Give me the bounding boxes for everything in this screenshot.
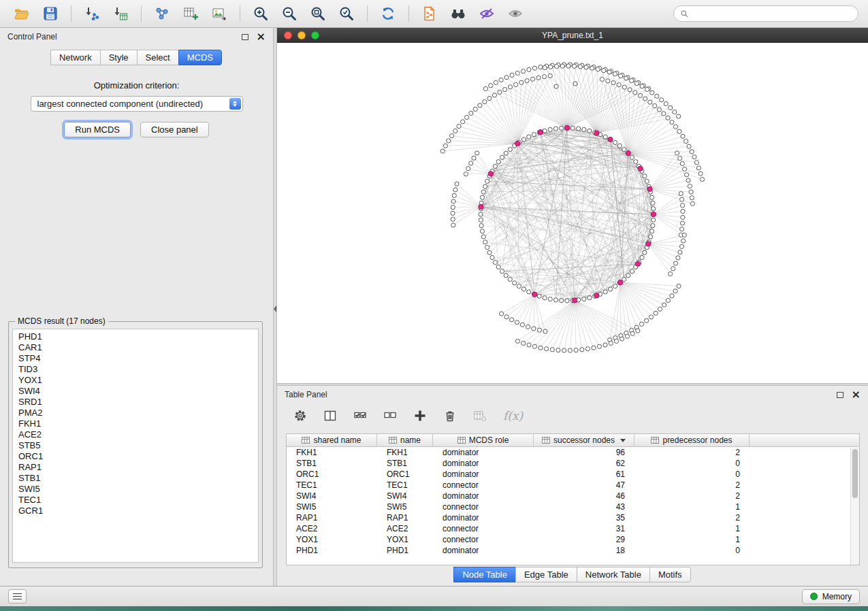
table-row[interactable]: ORC1 ORC1 dominator 61 0 [287,469,859,480]
cell-predecessor-nodes[interactable]: 2 [634,447,750,458]
cell-name[interactable]: ACE2 [377,523,433,534]
zoom-out-button[interactable] [277,3,302,24]
table-tab[interactable]: Edge Table [515,567,577,582]
cell-predecessor-nodes[interactable]: 2 [634,491,750,501]
export-image-button[interactable] [207,3,231,24]
minimize-window-icon[interactable] [298,31,306,39]
cell-mcds-role[interactable]: connector [433,480,534,491]
control-panel-tab[interactable]: Style [100,50,138,65]
cell-predecessor-nodes[interactable]: 0 [634,469,750,480]
function-builder-icon[interactable]: f(x) [503,409,523,423]
import-network-file-button[interactable] [80,3,104,24]
mcds-result-item[interactable]: PHD1 [13,331,258,342]
cell-predecessor-nodes[interactable]: 1 [634,501,750,512]
show-graphics-details-button[interactable] [503,3,528,24]
new-table-button[interactable] [178,3,203,24]
cell-mcds-role[interactable]: dominator [433,469,534,480]
mcds-result-item[interactable]: PMA2 [13,408,258,418]
cell-mcds-role[interactable]: connector [433,523,534,534]
mcds-result-item[interactable]: YOX1 [13,375,258,386]
cell-name[interactable]: TEC1 [377,480,433,491]
run-mcds-button[interactable]: Run MCDS [64,122,131,137]
float-window-icon[interactable] [242,34,248,40]
cell-name[interactable]: RAP1 [377,512,433,523]
cell-name[interactable]: SWI4 [377,491,433,501]
table-scrollbar[interactable] [850,448,859,565]
table-row[interactable]: FKH1 FKH1 dominator 96 2 [287,447,859,458]
mcds-result-item[interactable]: SRD1 [13,397,258,408]
float-window-icon[interactable] [837,392,843,398]
show-columns-button[interactable] [323,409,337,423]
new-network-button[interactable] [150,3,174,24]
cell-mcds-role[interactable]: connector [433,501,534,512]
cell-name[interactable]: ORC1 [377,469,433,480]
cell-successor-nodes[interactable]: 35 [534,512,634,523]
filter-button[interactable] [475,3,499,24]
scrollbar-thumb[interactable] [852,449,858,498]
panel-menu-button[interactable] [8,589,27,604]
select-all-button[interactable] [353,409,367,423]
table-row[interactable]: STB1 STB1 dominator 62 0 [287,458,859,469]
create-column-button[interactable] [413,409,427,423]
cell-predecessor-nodes[interactable]: 1 [634,534,750,545]
table-tab[interactable]: Node Table [453,567,516,582]
table-row[interactable]: ACE2 ACE2 connector 31 1 [287,523,859,534]
table-row[interactable]: TEC1 TEC1 connector 47 2 [287,480,859,491]
cell-name[interactable]: PHD1 [377,545,433,556]
mcds-result-item[interactable]: TEC1 [13,495,258,506]
delete-column-button[interactable] [443,409,457,423]
table-row[interactable]: SWI5 SWI5 connector 43 1 [287,501,859,512]
deselect-all-button[interactable] [383,409,397,423]
cell-shared-name[interactable]: RAP1 [287,512,377,523]
cell-predecessor-nodes[interactable]: 0 [634,458,750,469]
cell-mcds-role[interactable]: dominator [433,458,534,469]
cell-successor-nodes[interactable]: 18 [534,545,634,556]
control-panel-tab[interactable]: MCDS [178,50,222,65]
column-header[interactable]: name [377,434,433,446]
cell-shared-name[interactable]: YOX1 [287,534,377,545]
export-network-button[interactable] [417,3,442,24]
mcds-result-item[interactable]: STP4 [13,353,258,364]
table-row[interactable]: YOX1 YOX1 connector 29 1 [287,534,859,545]
network-canvas[interactable] [277,43,868,383]
column-header[interactable]: shared name [287,434,377,446]
mcds-result-item[interactable]: CAR1 [13,342,258,353]
cell-mcds-role[interactable]: dominator [433,545,534,556]
column-header[interactable]: successor nodes [534,434,634,446]
cell-name[interactable]: YOX1 [377,534,433,545]
zoom-selected-button[interactable] [334,3,359,24]
control-panel-tab[interactable]: Network [50,50,101,65]
zoom-in-button[interactable] [248,3,273,24]
cell-name[interactable]: STB1 [377,458,433,469]
import-table-file-button[interactable] [108,3,133,24]
close-window-icon[interactable] [284,31,292,39]
cell-mcds-role[interactable]: dominator [433,491,534,501]
cell-shared-name[interactable]: TEC1 [287,480,377,491]
splitter-collapse-handle[interactable] [274,306,276,312]
mcds-result-item[interactable]: TID3 [13,364,258,375]
table-options-button[interactable] [293,409,307,423]
cell-successor-nodes[interactable]: 46 [534,491,634,501]
cell-predecessor-nodes[interactable]: 2 [634,512,750,523]
mcds-result-item[interactable]: STB5 [13,440,258,451]
cell-predecessor-nodes[interactable]: 2 [634,480,750,491]
cell-successor-nodes[interactable]: 43 [534,501,634,512]
cell-name[interactable]: SWI5 [377,501,433,512]
table-tab[interactable]: Network Table [577,567,650,582]
cell-shared-name[interactable]: ORC1 [287,469,377,480]
cell-successor-nodes[interactable]: 96 [534,447,634,458]
delete-table-button[interactable] [473,409,487,423]
cell-mcds-role[interactable]: connector [433,534,534,545]
cell-shared-name[interactable]: ACE2 [287,523,377,534]
cell-predecessor-nodes[interactable]: 0 [634,545,750,556]
column-header[interactable]: predecessor nodes [634,434,750,446]
cell-shared-name[interactable]: SWI4 [287,491,377,501]
close-panel-button[interactable]: Close panel [140,122,209,137]
save-session-button[interactable] [38,3,63,24]
table-row[interactable]: PHD1 PHD1 dominator 18 0 [287,545,859,556]
maximize-window-icon[interactable] [311,31,319,39]
mcds-result-item[interactable]: SWI4 [13,386,258,397]
cell-shared-name[interactable]: FKH1 [287,447,377,458]
search-input[interactable] [692,9,852,18]
cell-mcds-role[interactable]: dominator [433,447,534,458]
